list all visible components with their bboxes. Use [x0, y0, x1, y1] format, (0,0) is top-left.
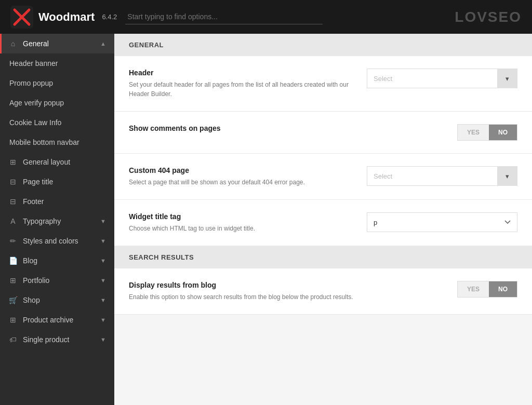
comments-toggle-no[interactable]: NO — [489, 125, 517, 140]
setting-widget-desc: Choose which HTML tag to use in widget t… — [129, 224, 356, 233]
sidebar-item-promo-popup[interactable]: Promo popup — [0, 73, 114, 93]
version-badge: 6.4.2 — [102, 13, 117, 21]
grid-icon-page-title: ⊟ — [8, 178, 18, 186]
setting-comments-label: Show comments on pages — [129, 124, 447, 132]
setting-header-desc: Set your default header for all pages fr… — [129, 80, 356, 99]
logo-text: Woodmart — [38, 10, 95, 24]
chevron-icon-blog: ▼ — [100, 258, 106, 264]
widget-tag-select[interactable]: p h2 h3 h4 h5 h6 — [367, 212, 517, 232]
setting-widget-control: p h2 h3 h4 h5 h6 — [367, 212, 517, 232]
sidebar-label-shop: Shop — [23, 296, 95, 304]
sidebar-label-promo-popup: Promo popup — [9, 79, 106, 87]
search-input[interactable] — [125, 9, 323, 24]
grid-icon-footer: ⊟ — [8, 197, 18, 206]
setting-results-desc: Enable this option to show search result… — [129, 292, 447, 302]
sidebar-item-mobile-navbar[interactable]: Mobile bottom navbar — [0, 132, 114, 152]
section-header-general: GENERAL — [114, 34, 532, 56]
setting-comments-control: YES NO — [457, 124, 517, 141]
sidebar-label-typography: Typography — [23, 217, 95, 225]
sidebar-item-footer[interactable]: ⊟ Footer — [0, 192, 114, 211]
setting-header: Header Set your default header for all p… — [114, 56, 532, 112]
woodmart-logo-icon — [10, 6, 33, 29]
sidebar-item-page-title[interactable]: ⊟ Page title — [0, 172, 114, 192]
setting-widget-label: Widget title tag — [129, 212, 356, 221]
sidebar: ⌂ General ▲ Header banner Promo popup Ag… — [0, 34, 114, 405]
sidebar-item-age-verify[interactable]: Age verify popup — [0, 93, 114, 113]
sidebar-item-cookie-law[interactable]: Cookie Law Info — [0, 113, 114, 132]
setting-results-control: YES NO — [457, 281, 517, 298]
cart-icon: 🛒 — [8, 296, 18, 304]
sidebar-label-product-archive: Product archive — [23, 316, 95, 324]
setting-display-results: Display results from blog Enable this op… — [114, 268, 532, 315]
setting-404-label: Custom 404 page — [129, 166, 356, 174]
sidebar-label-page-title: Page title — [23, 178, 106, 186]
sidebar-item-single-product[interactable]: 🏷 Single product ▼ — [0, 330, 114, 349]
custom-404-select-value: Select — [367, 172, 497, 180]
home-icon: ⌂ — [8, 39, 18, 48]
main-content: GENERAL Header Set your default header f… — [114, 34, 532, 405]
sidebar-label-footer: Footer — [23, 197, 106, 206]
layout: ⌂ General ▲ Header banner Promo popup Ag… — [0, 34, 532, 405]
chevron-icon-styles: ▼ — [100, 238, 106, 244]
sidebar-item-blog[interactable]: 📄 Blog ▼ — [0, 251, 114, 271]
topbar: Woodmart 6.4.2 LOVSEO — [0, 0, 532, 34]
sidebar-label-portfolio: Portfolio — [23, 276, 95, 285]
setting-404-control: Select ▾ — [367, 166, 517, 186]
grid-icon-general-layout: ⊞ — [8, 158, 18, 166]
setting-results-info: Display results from blog Enable this op… — [129, 281, 447, 302]
chevron-icon-general: ▲ — [100, 40, 106, 47]
setting-404-info: Custom 404 page Select a page that will … — [129, 166, 356, 187]
sidebar-label-mobile-navbar: Mobile bottom navbar — [9, 138, 106, 146]
setting-custom-404: Custom 404 page Select a page that will … — [114, 154, 532, 200]
sidebar-item-general[interactable]: ⌂ General ▲ — [0, 34, 114, 53]
chevron-icon-archive: ▼ — [100, 317, 106, 323]
results-toggle-yes[interactable]: YES — [458, 281, 489, 297]
results-toggle-no[interactable]: NO — [489, 281, 517, 297]
header-select[interactable]: Select ▾ — [367, 69, 517, 88]
setting-show-comments: Show comments on pages YES NO — [114, 112, 532, 154]
watermark-text: LOVSEO — [455, 9, 522, 25]
doc-icon: 📄 — [8, 256, 18, 265]
sidebar-label-styles-colors: Styles and colors — [23, 237, 95, 245]
sidebar-label-general: General — [23, 39, 95, 48]
section-header-search: SEARCH RESULTS — [114, 246, 532, 268]
chevron-icon-portfolio: ▼ — [100, 277, 106, 284]
sidebar-item-portfolio[interactable]: ⊞ Portfolio ▼ — [0, 271, 114, 290]
typography-icon: A — [8, 217, 18, 225]
tag-icon: 🏷 — [8, 335, 18, 344]
sidebar-item-shop[interactable]: 🛒 Shop ▼ — [0, 290, 114, 310]
sidebar-item-general-layout[interactable]: ⊞ General layout — [0, 152, 114, 172]
header-select-arrow[interactable]: ▾ — [497, 69, 517, 88]
sidebar-label-age-verify: Age verify popup — [9, 99, 106, 107]
brush-icon: ✏ — [8, 237, 18, 245]
sidebar-item-header-banner[interactable]: Header banner — [0, 53, 114, 73]
sidebar-item-typography[interactable]: A Typography ▼ — [0, 211, 114, 231]
archive-icon: ⊞ — [8, 316, 18, 324]
setting-header-info: Header Set your default header for all p… — [129, 69, 356, 99]
results-toggle: YES NO — [457, 281, 517, 298]
sidebar-label-header-banner: Header banner — [9, 59, 106, 68]
comments-toggle-yes[interactable]: YES — [458, 125, 489, 140]
logo: Woodmart 6.4.2 — [10, 6, 117, 29]
sidebar-label-single-product: Single product — [23, 335, 95, 344]
header-select-value: Select — [367, 75, 497, 83]
sidebar-item-product-archive[interactable]: ⊞ Product archive ▼ — [0, 310, 114, 330]
chevron-icon-typography: ▼ — [100, 218, 106, 224]
sidebar-label-general-layout: General layout — [23, 158, 106, 166]
custom-404-select[interactable]: Select ▾ — [367, 166, 517, 186]
setting-results-label: Display results from blog — [129, 281, 447, 289]
setting-header-control: Select ▾ — [367, 69, 517, 88]
setting-404-desc: Select a page that will be shown as your… — [129, 178, 356, 187]
portfolio-icon: ⊞ — [8, 276, 18, 285]
chevron-icon-single: ▼ — [100, 336, 106, 343]
setting-widget-title-tag: Widget title tag Choose which HTML tag t… — [114, 200, 532, 246]
comments-toggle: YES NO — [457, 124, 517, 141]
sidebar-label-cookie-law: Cookie Law Info — [9, 118, 106, 127]
sidebar-item-styles-colors[interactable]: ✏ Styles and colors ▼ — [0, 231, 114, 251]
setting-header-label: Header — [129, 69, 356, 77]
custom-404-select-arrow[interactable]: ▾ — [497, 166, 517, 186]
chevron-icon-shop: ▼ — [100, 297, 106, 303]
setting-widget-info: Widget title tag Choose which HTML tag t… — [129, 212, 356, 233]
sidebar-label-blog: Blog — [23, 256, 95, 265]
setting-comments-info: Show comments on pages — [129, 124, 447, 136]
